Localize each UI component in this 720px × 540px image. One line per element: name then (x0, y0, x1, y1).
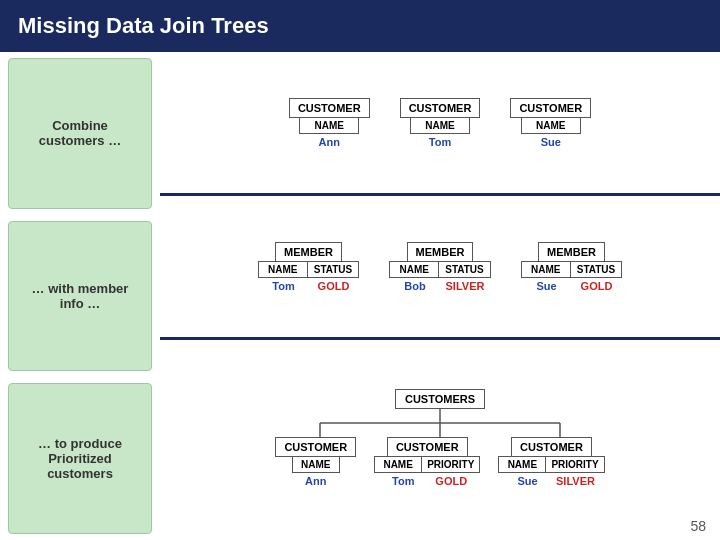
result-fields-3: NAME PRIORITY (498, 457, 604, 473)
branch-svg (250, 409, 630, 437)
result-children: CUSTOMER NAME Ann CUSTOMER NAME P (275, 437, 604, 487)
result-tree-1: CUSTOMER NAME Ann (275, 437, 356, 487)
result-tree-2: CUSTOMER NAME PRIORITY Tom GOLD (374, 437, 480, 487)
result-field-name-1: NAME (292, 456, 340, 473)
member-label-1: MEMBER (275, 242, 342, 262)
page-title: Missing Data Join Trees (18, 13, 269, 39)
section2-inner: MEMBER NAME STATUS Tom GOLD MEMBER NAME (160, 242, 720, 292)
result-label-3: CUSTOMER (511, 437, 592, 457)
customers-root-label: CUSTOMERS (395, 389, 485, 409)
sidebar-cell-2: … with member info … (8, 221, 152, 372)
result-vals-3: Sue SILVER (503, 473, 599, 487)
customer-tree-3: CUSTOMER NAME Sue (510, 98, 591, 148)
member-tree-1: MEMBER NAME STATUS Tom GOLD (258, 242, 360, 292)
customer-field-2: NAME (410, 117, 470, 134)
member-val-name-2: Bob (390, 280, 440, 292)
section1-inner: CUSTOMER NAME Ann CUSTOMER NAME Tom CUST… (160, 98, 720, 148)
customer-label-2: CUSTOMER (400, 98, 481, 118)
member-label-2: MEMBER (407, 242, 474, 262)
member-field-status-3: STATUS (570, 261, 623, 278)
member-val-status-2: SILVER (440, 280, 490, 292)
member-values-3: Sue GOLD (522, 278, 622, 292)
member-val-name-3: Sue (522, 280, 572, 292)
member-field-status-2: STATUS (438, 261, 491, 278)
member-tree-3: MEMBER NAME STATUS Sue GOLD (521, 242, 623, 292)
customer-tree-1: CUSTOMER NAME Ann (289, 98, 370, 148)
section-result: CUSTOMERS CUSTOMER (160, 340, 720, 540)
customer-value-2: Tom (429, 136, 451, 148)
result-field-name-3: NAME (498, 456, 546, 473)
customer-value-3: Sue (541, 136, 561, 148)
member-field-name-1: NAME (258, 261, 308, 278)
member-val-status-1: GOLD (308, 280, 358, 292)
result-label-2: CUSTOMER (387, 437, 468, 457)
page-number: 58 (690, 518, 706, 534)
result-container: CUSTOMERS CUSTOMER (160, 389, 720, 487)
member-fields-2: NAME STATUS (389, 262, 491, 278)
customer-field-1: NAME (299, 117, 359, 134)
result-vals-2: Tom GOLD (379, 473, 475, 487)
member-label-3: MEMBER (538, 242, 605, 262)
section-members: MEMBER NAME STATUS Tom GOLD MEMBER NAME (160, 196, 720, 340)
member-val-status-3: GOLD (572, 280, 622, 292)
member-val-name-1: Tom (258, 280, 308, 292)
sidebar-cell-1: Combine customers … (8, 58, 152, 209)
member-tree-2: MEMBER NAME STATUS Bob SILVER (389, 242, 491, 292)
member-fields-3: NAME STATUS (521, 262, 623, 278)
result-fields-1: NAME (292, 457, 340, 473)
customer-label-1: CUSTOMER (289, 98, 370, 118)
result-val-name-3: Sue (503, 475, 551, 487)
section-customers: CUSTOMER NAME Ann CUSTOMER NAME Tom CUST… (160, 52, 720, 196)
member-values-2: Bob SILVER (390, 278, 490, 292)
customer-value-1: Ann (319, 136, 340, 148)
customer-field-3: NAME (521, 117, 581, 134)
member-values-1: Tom GOLD (258, 278, 358, 292)
sidebar-cell-3: … to produce Prioritized customers (8, 383, 152, 534)
result-val-priority-3: SILVER (551, 475, 599, 487)
member-field-name-3: NAME (521, 261, 571, 278)
customer-tree-2: CUSTOMER NAME Tom (400, 98, 481, 148)
result-label-1: CUSTOMER (275, 437, 356, 457)
member-field-status-1: STATUS (307, 261, 360, 278)
result-fields-2: NAME PRIORITY (374, 457, 480, 473)
result-field-name-2: NAME (374, 456, 422, 473)
member-field-name-2: NAME (389, 261, 439, 278)
result-tree-3: CUSTOMER NAME PRIORITY Sue SILVER (498, 437, 604, 487)
result-field-priority-2: PRIORITY (421, 456, 480, 473)
sidebar: Combine customers … … with member info …… (0, 52, 160, 540)
page-header: Missing Data Join Trees (0, 0, 720, 52)
result-field-priority-3: PRIORITY (545, 456, 604, 473)
diagram-area: CUSTOMER NAME Ann CUSTOMER NAME Tom CUST… (160, 52, 720, 540)
result-vals-1: Ann (292, 473, 340, 487)
customer-label-3: CUSTOMER (510, 98, 591, 118)
member-fields-1: NAME STATUS (258, 262, 360, 278)
main-content: Combine customers … … with member info …… (0, 52, 720, 540)
result-val-priority-2: GOLD (427, 475, 475, 487)
result-val-name-2: Tom (379, 475, 427, 487)
result-val-name-1: Ann (292, 475, 340, 487)
